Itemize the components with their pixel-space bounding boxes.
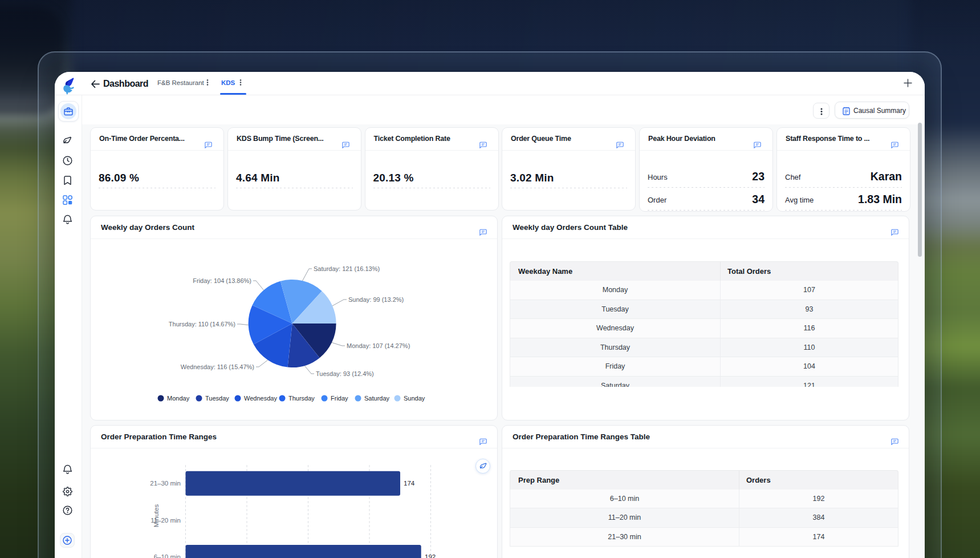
- svg-text:Saturday: Saturday: [364, 395, 390, 402]
- svg-text:6–10 min: 6–10 min: [154, 553, 181, 558]
- svg-text:Monday: Monday: [167, 395, 190, 402]
- svg-text:Sunday: Sunday: [404, 395, 425, 402]
- svg-text:Saturday: 121 (16.13%): Saturday: 121 (16.13%): [314, 265, 380, 272]
- svg-text:Wednesday: Wednesday: [244, 395, 277, 402]
- svg-text:Minutes: Minutes: [153, 504, 160, 528]
- svg-text:Monday: 107 (14.27%): Monday: 107 (14.27%): [347, 342, 410, 349]
- svg-text:Sunday: 99 (13.2%): Sunday: 99 (13.2%): [348, 296, 404, 303]
- svg-text:Wednesday: 116 (15.47%): Wednesday: 116 (15.47%): [181, 363, 254, 370]
- svg-text:Thursday: Thursday: [288, 395, 315, 402]
- svg-text:174: 174: [404, 480, 415, 487]
- svg-text:Thursday: 110 (14.67%): Thursday: 110 (14.67%): [169, 321, 235, 327]
- svg-text:Tuesday: Tuesday: [205, 395, 229, 402]
- svg-text:Friday: Friday: [331, 395, 348, 402]
- svg-text:192: 192: [425, 553, 436, 558]
- svg-text:Friday: 104 (13.86%): Friday: 104 (13.86%): [193, 277, 251, 284]
- svg-text:21–30 min: 21–30 min: [150, 480, 181, 487]
- svg-text:Tuesday: 93 (12.4%): Tuesday: 93 (12.4%): [316, 370, 374, 377]
